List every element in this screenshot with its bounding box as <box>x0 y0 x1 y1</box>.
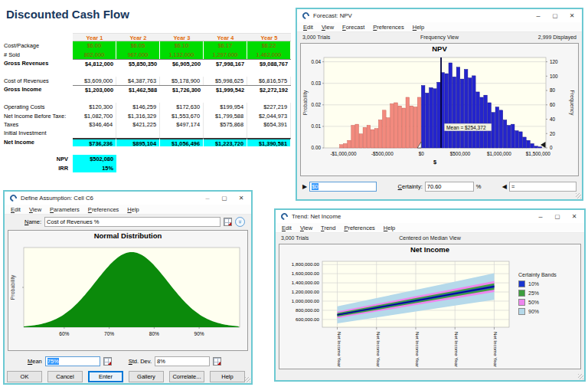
menu-item-preferences[interactable]: Preferences <box>88 206 119 213</box>
table-cell[interactable]: $6.17 <box>204 41 247 50</box>
gallery-button[interactable]: Gallery <box>129 371 164 382</box>
table-cell[interactable]: $6.10 <box>160 41 204 50</box>
table-cell[interactable]: $1,082,700 <box>73 112 116 120</box>
table-cell[interactable]: $7,998,167 <box>204 59 247 67</box>
table-cell[interactable]: $736,236 <box>73 138 116 146</box>
menu-item-help[interactable]: Help <box>127 206 139 213</box>
row-label[interactable]: Cost of Revenues <box>2 77 73 85</box>
help-button[interactable]: Help <box>210 371 245 382</box>
maximize-icon[interactable] <box>549 211 566 222</box>
table-cell[interactable]: $5,998,625 <box>204 77 247 85</box>
menu-item-trend[interactable]: Trend <box>321 225 335 231</box>
column-header[interactable]: Year 2 <box>116 33 160 41</box>
table-cell[interactable]: $172,630 <box>160 103 204 111</box>
minimize-icon[interactable] <box>199 192 216 204</box>
maximize-icon[interactable] <box>216 192 233 204</box>
table-cell[interactable]: $346,464 <box>73 120 116 129</box>
table-cell[interactable]: $146,259 <box>116 103 160 111</box>
menu-item-edit[interactable]: Edit <box>282 225 292 231</box>
menu-item-parameters[interactable]: Parameters <box>50 206 80 213</box>
column-header[interactable]: Year 4 <box>204 33 247 41</box>
assumption-name-input[interactable] <box>44 217 220 227</box>
cell-reference-icon[interactable] <box>213 357 221 366</box>
table-cell[interactable]: $4,387,763 <box>116 77 160 85</box>
table-cell[interactable]: $2,272,192 <box>247 85 291 93</box>
table-cell[interactable]: $1,390,581 <box>247 138 291 146</box>
menu-item-help[interactable]: Help <box>413 24 424 31</box>
table-cell[interactable]: $421,225 <box>116 120 160 129</box>
cell-reference-icon[interactable] <box>103 357 112 366</box>
column-header[interactable]: Year 5 <box>247 33 291 41</box>
table-cell[interactable]: $227,219 <box>247 103 291 111</box>
row-label[interactable]: Taxes <box>2 120 73 129</box>
table-cell[interactable]: $6.05 <box>116 41 160 50</box>
table-cell[interactable]: $1,223,720 <box>204 138 247 146</box>
table-cell[interactable]: $9,088,767 <box>247 59 291 67</box>
cancel-button[interactable]: Cancel <box>47 371 83 382</box>
close-icon[interactable] <box>233 192 250 204</box>
row-label[interactable] <box>2 68 73 77</box>
mean-input[interactable]: 75% <box>45 356 100 366</box>
table-cell[interactable]: $895,104 <box>116 138 160 146</box>
cell-reference-icon[interactable] <box>224 218 232 226</box>
table-cell[interactable] <box>204 129 247 137</box>
table-cell[interactable]: $3,609,000 <box>73 77 116 85</box>
table-cell[interactable]: $575,868 <box>204 120 247 129</box>
row-label[interactable]: Net Income Before Taxe: <box>2 112 73 120</box>
menu-item-edit[interactable]: Edit <box>303 24 313 31</box>
lower-grabber-icon[interactable] <box>302 183 307 190</box>
resize-grip[interactable] <box>578 374 583 379</box>
titlebar[interactable]: Trend: Net Income <box>276 210 584 223</box>
table-cell[interactable]: 1,297,000 <box>204 51 247 59</box>
table-cell[interactable]: $1,999,542 <box>204 85 247 93</box>
menu-item-view[interactable]: View <box>300 225 312 231</box>
row-label[interactable]: Gross Income <box>2 85 73 93</box>
table-cell[interactable]: $1,553,670 <box>160 112 204 120</box>
table-cell[interactable] <box>116 94 160 103</box>
ok-button[interactable]: OK <box>7 371 42 382</box>
table-cell[interactable]: $1,726,300 <box>160 85 204 93</box>
table-cell[interactable]: $6.22 <box>247 41 291 50</box>
upper-grabber-icon[interactable] <box>502 183 507 190</box>
table-cell[interactable] <box>247 68 291 77</box>
table-cell[interactable]: $6,816,575 <box>247 77 291 85</box>
enter-button[interactable]: Enter <box>88 371 123 382</box>
menu-item-help[interactable]: Help <box>384 225 395 231</box>
stddev-input[interactable]: 8% <box>155 356 210 366</box>
table-cell[interactable] <box>160 94 204 103</box>
table-cell[interactable] <box>160 68 204 77</box>
menu-item-view[interactable]: View <box>322 24 334 31</box>
lower-bound-input[interactable]: $0 <box>309 182 377 192</box>
certainty-input[interactable] <box>425 182 474 192</box>
row-label[interactable]: Gross Revenues <box>2 59 73 67</box>
resize-grip[interactable] <box>245 377 250 382</box>
minimize-icon[interactable] <box>532 211 549 222</box>
table-cell[interactable]: $5,850,350 <box>116 59 160 67</box>
table-cell[interactable] <box>204 68 247 77</box>
table-cell[interactable] <box>73 129 116 137</box>
table-cell[interactable]: $1,462,588 <box>116 85 160 93</box>
table-cell[interactable]: $6.00 <box>73 41 116 50</box>
table-cell[interactable]: $1,316,329 <box>116 112 160 120</box>
resize-grip[interactable] <box>576 193 581 198</box>
correlate-button[interactable]: Correlate... <box>169 371 204 382</box>
table-cell[interactable]: $654,391 <box>247 120 291 129</box>
table-cell[interactable]: $6,905,200 <box>160 59 204 67</box>
table-cell[interactable]: $5,178,900 <box>160 77 204 85</box>
table-cell[interactable]: $120,300 <box>73 103 116 111</box>
table-cell[interactable]: 1,132,000 <box>160 51 204 59</box>
titlebar[interactable]: Define Assumption: Cell C6 <box>5 192 251 205</box>
table-cell[interactable]: 967,000 <box>116 51 160 59</box>
table-cell[interactable]: 1,462,000 <box>247 51 291 59</box>
table-cell[interactable]: 802,000 <box>73 51 116 59</box>
row-label[interactable] <box>2 94 73 103</box>
menu-item-view[interactable]: View <box>29 206 41 213</box>
table-cell[interactable] <box>116 129 160 137</box>
close-icon[interactable] <box>566 211 583 222</box>
menu-item-preferences[interactable]: Preferences <box>344 225 374 231</box>
menu-item-edit[interactable]: Edit <box>11 206 21 213</box>
table-cell[interactable] <box>73 94 116 103</box>
table-cell[interactable] <box>116 68 160 77</box>
table-cell[interactable]: $4,812,000 <box>73 59 116 67</box>
minimize-icon[interactable] <box>530 10 547 21</box>
